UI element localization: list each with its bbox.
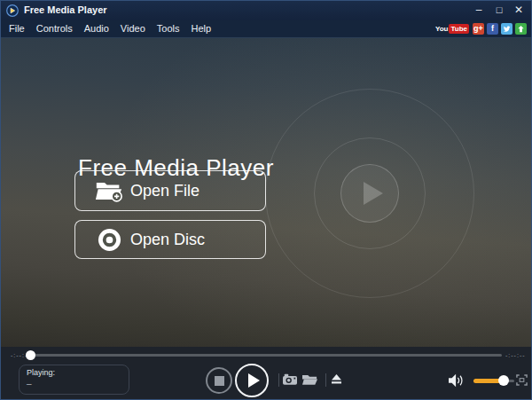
- open-file-button[interactable]: Open File: [74, 170, 266, 211]
- disc-icon: [98, 228, 121, 252]
- eject-button[interactable]: [331, 374, 342, 384]
- control-bar: Playing: –: [1, 363, 532, 400]
- video-display-area: Free Media Player Open File Open Disc: [1, 38, 532, 347]
- seek-bar-row: -:--:-- -:--:--: [1, 347, 532, 363]
- volume-icon[interactable]: [449, 373, 465, 388]
- separator: [325, 373, 326, 387]
- menu-controls[interactable]: Controls: [31, 20, 78, 37]
- folder-plus-icon: [95, 179, 122, 202]
- twitter-icon[interactable]: [501, 23, 512, 35]
- menu-video[interactable]: Video: [115, 20, 151, 37]
- title-bar: Free Media Player – □ ✕: [1, 1, 531, 20]
- twitter-bird-icon: [503, 26, 511, 33]
- maximize-button[interactable]: □: [489, 1, 509, 19]
- seek-thumb[interactable]: [26, 350, 35, 360]
- share-icon[interactable]: [515, 23, 527, 35]
- play-button[interactable]: [235, 364, 269, 397]
- playing-value: –: [27, 379, 121, 388]
- open-file-label: Open File: [130, 182, 200, 200]
- googleplus-icon[interactable]: g+: [473, 23, 484, 35]
- menu-file[interactable]: File: [4, 20, 30, 37]
- watermark-play-icon: [364, 182, 383, 205]
- menu-bar: File Controls Audio Video Tools Help You…: [1, 20, 531, 38]
- camera-icon: [283, 373, 297, 385]
- time-total: -:--:--: [505, 352, 526, 358]
- stop-icon: [215, 376, 224, 386]
- watermark-play-circle: [340, 164, 399, 223]
- playing-label: Playing:: [27, 368, 121, 377]
- up-arrow-icon: [517, 26, 525, 33]
- minimize-button[interactable]: –: [469, 1, 489, 19]
- play-icon: [248, 373, 260, 388]
- close-button[interactable]: ✕: [509, 1, 528, 19]
- separator: [278, 373, 279, 387]
- app-window: Free Media Player – □ ✕ File Controls Au…: [0, 0, 532, 400]
- volume-slider[interactable]: [473, 373, 514, 388]
- social-links: You Tube g+ f: [435, 23, 527, 35]
- open-folder-button[interactable]: [302, 373, 317, 385]
- open-disc-label: Open Disc: [130, 231, 205, 249]
- playing-status-box: Playing: –: [19, 365, 129, 395]
- volume-thumb[interactable]: [498, 375, 509, 386]
- folder-icon: [302, 373, 317, 385]
- fullscreen-icon: [516, 374, 528, 386]
- snapshot-button[interactable]: [283, 373, 297, 385]
- youtube-icon[interactable]: You Tube: [435, 24, 469, 34]
- fullscreen-button[interactable]: [516, 374, 528, 386]
- window-title: Free Media Player: [24, 4, 107, 15]
- eject-icon: [331, 374, 342, 384]
- menu-audio[interactable]: Audio: [79, 20, 114, 37]
- menu-tools[interactable]: Tools: [152, 20, 185, 37]
- seek-slider[interactable]: [33, 354, 502, 357]
- facebook-icon[interactable]: f: [487, 23, 498, 35]
- app-icon: [6, 4, 19, 17]
- menu-help[interactable]: Help: [185, 20, 216, 37]
- open-disc-button[interactable]: Open Disc: [74, 220, 266, 259]
- stop-button[interactable]: [206, 367, 232, 394]
